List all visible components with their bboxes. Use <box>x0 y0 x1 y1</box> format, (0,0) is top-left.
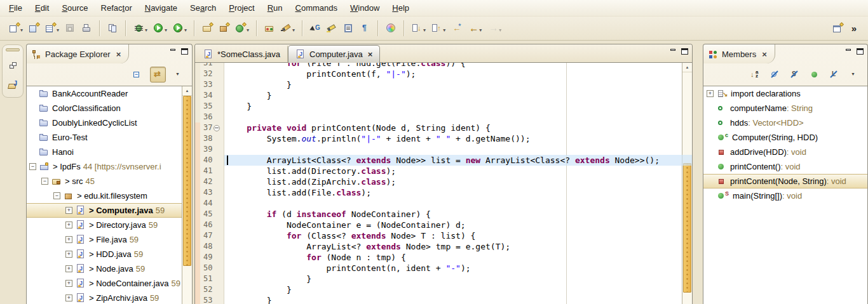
tree-expander-icon[interactable]: + <box>65 221 72 228</box>
dropdown-arrow-icon[interactable] <box>499 23 501 34</box>
hide-fields-button[interactable] <box>768 67 782 82</box>
dropdown-arrow-icon[interactable] <box>423 23 426 34</box>
code-line[interactable]: 32 printContent(f, "|-"); <box>195 69 692 79</box>
scrollbar-thumb[interactable] <box>183 96 191 266</box>
run-button[interactable] <box>151 20 169 37</box>
menu-run[interactable]: Run <box>261 1 289 15</box>
code-line[interactable]: 42 list.add(ZipArchiv.class); <box>195 176 692 187</box>
maximize-button[interactable] <box>181 48 188 55</box>
restore-view-icon[interactable] <box>8 60 18 71</box>
new-wizard-button[interactable] <box>7 20 25 37</box>
java-browsing-icon[interactable] <box>8 80 18 91</box>
member-expander-icon[interactable]: + <box>707 90 714 97</box>
menu-project[interactable]: Project <box>222 1 261 15</box>
tree-expander-icon[interactable]: + <box>65 207 72 214</box>
code-line[interactable]: 48 ArrayList<? extends Node> tmp = e.get… <box>195 241 692 252</box>
tree-item[interactable]: BankAccountReader <box>27 86 192 101</box>
color-ball-button[interactable] <box>384 20 398 37</box>
new-resource-button[interactable] <box>27 20 41 37</box>
tree-item[interactable]: +> NodeContainer.java59 <box>27 276 192 291</box>
code-line[interactable]: 44 <box>195 198 692 209</box>
member-item[interactable]: +import declarations <box>703 86 867 101</box>
highlighter-button[interactable] <box>325 20 339 37</box>
link-editor-button[interactable] <box>150 67 166 83</box>
code-line[interactable]: 45 if (d instanceof NodeContainer) { <box>195 209 692 220</box>
open-perspective-button[interactable] <box>831 20 845 37</box>
run-external-button[interactable] <box>171 20 189 37</box>
menu-edit[interactable]: Edit <box>29 1 55 15</box>
fold-collapse-icon[interactable] <box>214 125 220 131</box>
dropdown-arrow-icon[interactable] <box>247 23 249 34</box>
menu-refactor[interactable]: Refactor <box>95 1 139 15</box>
tree-item[interactable]: −> edu.kit.filesystem <box>27 188 192 203</box>
editor-tab[interactable]: *SomeClass.java <box>196 46 288 62</box>
tree-item[interactable]: +> Directory.java59 <box>27 218 192 232</box>
goto-marker-button[interactable] <box>308 20 323 37</box>
scroll-up-icon[interactable]: ▲ <box>182 86 192 96</box>
maximize-button[interactable] <box>857 48 864 55</box>
tree-item[interactable]: +> Computer.java59 <box>27 203 192 218</box>
close-icon[interactable]: × <box>116 50 121 59</box>
code-line[interactable]: 35 } <box>195 101 692 112</box>
tree-expander-icon[interactable]: − <box>29 163 36 170</box>
new-view-button[interactable] <box>43 20 61 37</box>
menu-file[interactable]: File <box>3 1 29 15</box>
code-line[interactable]: 33 } <box>195 79 692 90</box>
tree-expander-icon[interactable]: + <box>65 280 72 287</box>
print-button[interactable] <box>79 20 94 37</box>
dropdown-arrow-icon[interactable] <box>479 23 482 34</box>
dropdown-arrow-icon[interactable] <box>165 23 167 34</box>
code-area[interactable]: 31 for (File f : hdd.get(File.class)) {3… <box>195 63 692 304</box>
minimize-button[interactable] <box>846 48 851 55</box>
code-line[interactable]: 40 ArrayList<Class<? extends Node>> list… <box>195 155 692 166</box>
close-icon[interactable]: × <box>368 50 373 59</box>
code-line[interactable]: 31 for (File f : hdd.get(File.class)) { <box>195 63 692 69</box>
dropdown-arrow-icon[interactable] <box>145 23 147 34</box>
tree-item[interactable]: DoublyLinkedCyclicList <box>27 116 192 130</box>
next-annotation-button[interactable] <box>410 20 428 37</box>
new-class-button[interactable] <box>233 20 251 37</box>
tree-item[interactable]: +> Node.java59 <box>27 261 192 276</box>
dropdown-arrow-icon[interactable] <box>443 23 445 34</box>
tray-drag-handle[interactable] <box>6 48 20 51</box>
menu-help[interactable]: Help <box>386 1 416 15</box>
maximize-button[interactable] <box>681 48 688 55</box>
toolbar-overflow-chevron[interactable]: » <box>845 23 863 34</box>
last-edit-button[interactable] <box>449 20 464 37</box>
member-item[interactable]: printContent(Node, String) : void <box>703 174 867 188</box>
code-line[interactable]: 38 System.out.println("|-" + ident + " "… <box>195 133 692 144</box>
dropdown-arrow-icon[interactable] <box>184 23 187 34</box>
minimize-button[interactable] <box>670 48 676 55</box>
copy-pages-button[interactable] <box>105 20 120 37</box>
code-line[interactable]: 49 for (Node n : tmp) { <box>195 252 692 263</box>
editor-tab[interactable]: Computer.java× <box>288 45 380 63</box>
collapse-all-button[interactable] <box>130 67 145 82</box>
new-project-button[interactable] <box>200 20 215 37</box>
new-package-button[interactable] <box>217 20 231 37</box>
dropdown-arrow-icon[interactable] <box>20 23 23 34</box>
code-line[interactable]: 50 printContent(n, ident + "-"); <box>195 263 692 274</box>
code-line[interactable]: 51 } <box>195 274 692 284</box>
tree-scrollbar[interactable]: ▲ <box>182 86 192 304</box>
menu-window[interactable]: Window <box>344 1 386 15</box>
code-line[interactable]: 47 for (Class<? extends Node> T : list) … <box>195 230 692 241</box>
hide-local-button[interactable] <box>827 67 841 82</box>
tree-expander-icon[interactable]: + <box>65 265 72 272</box>
member-item[interactable]: addDrive(HDD) : void <box>703 145 867 159</box>
tree-item[interactable]: Euro-Test <box>27 130 192 145</box>
tree-expander-icon[interactable]: − <box>41 178 48 185</box>
view-menu-button[interactable] <box>846 67 861 82</box>
menu-source[interactable]: Source <box>55 1 94 15</box>
code-line[interactable]: 52 } <box>195 284 692 295</box>
open-type-button[interactable] <box>262 20 277 37</box>
code-line[interactable]: 36 <box>195 112 692 122</box>
tree-expander-icon[interactable]: − <box>53 192 60 199</box>
back-button[interactable] <box>466 20 484 37</box>
menu-commands[interactable]: Commands <box>289 1 344 15</box>
tree-expander-icon[interactable]: + <box>65 236 72 243</box>
code-line[interactable]: 43 list.add(File.class); <box>195 187 692 198</box>
prev-annotation-button[interactable] <box>430 20 447 37</box>
member-item[interactable]: printContent() : void <box>703 159 867 174</box>
code-line[interactable]: 37 private void printContent(Node d, Str… <box>195 122 692 133</box>
view-menu-button[interactable] <box>171 67 186 82</box>
